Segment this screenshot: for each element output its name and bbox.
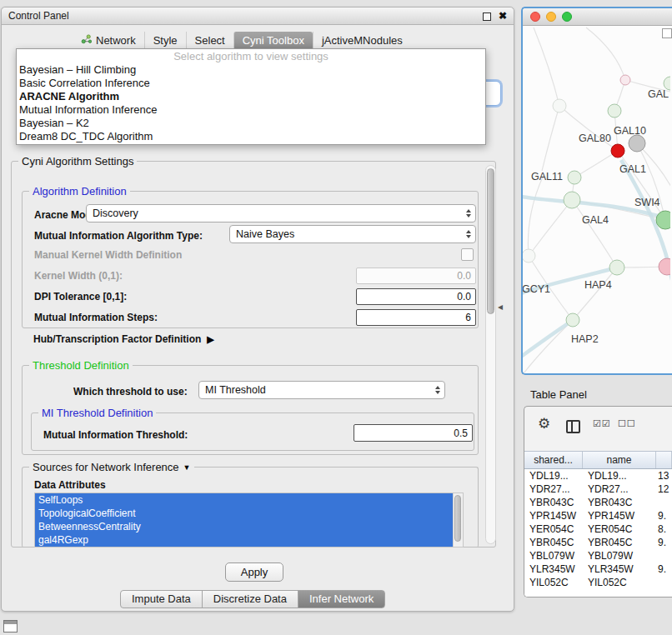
- tab-select[interactable]: Select: [186, 32, 233, 50]
- tab-cyni-toolbox[interactable]: Cyni Toolbox: [233, 32, 313, 50]
- group-title: Algorithm Definition: [29, 185, 130, 198]
- apply-button[interactable]: Apply: [225, 562, 283, 582]
- network-edge[interactable]: [534, 28, 559, 106]
- table-cell: YPR145W: [524, 509, 583, 522]
- network-window-titlebar: [523, 8, 672, 26]
- gear-icon[interactable]: ⚙: [538, 417, 550, 431]
- algorithm-option[interactable]: Mutual Information Inference: [17, 103, 485, 117]
- column-header-partial[interactable]: [656, 452, 672, 468]
- mi-steps-field[interactable]: 6: [356, 309, 476, 326]
- network-node[interactable]: [523, 249, 535, 262]
- column-header-shared-name[interactable]: shared...: [524, 452, 583, 468]
- table-row[interactable]: YDL19...YDL19...13: [524, 469, 672, 482]
- network-edge[interactable]: [524, 320, 573, 373]
- tab-infer-network[interactable]: Infer Network: [298, 590, 385, 608]
- algorithm-option[interactable]: ARACNE Algorithm: [17, 90, 485, 103]
- table-row[interactable]: YDR27...YDR27...12: [524, 482, 672, 496]
- mi-threshold-definition-group: MI Threshold Definition Mutual Informati…: [31, 412, 474, 451]
- table-row[interactable]: YBR043CYBR043C: [524, 496, 672, 509]
- network-node[interactable]: [659, 258, 670, 275]
- settings-scrollbar[interactable]: [485, 165, 496, 544]
- network-node[interactable]: [568, 171, 581, 184]
- float-window-icon[interactable]: [483, 12, 491, 21]
- table-cell: YBR043C: [524, 496, 583, 509]
- dpi-tolerance-field[interactable]: 0.0: [356, 288, 476, 305]
- aracne-mode-select[interactable]: Discovery: [86, 204, 476, 222]
- tab-label: Network: [96, 32, 136, 50]
- network-node-label: GAL1: [619, 163, 646, 175]
- algorithm-option[interactable]: Bayesian – K2: [17, 117, 485, 130]
- table-cell: YLR345W: [583, 562, 656, 576]
- mi-threshold-label: Mutual Information Threshold:: [43, 429, 188, 441]
- algorithm-dropdown-placeholder: Select algorithm to view settings: [17, 50, 485, 63]
- deselect-all-columns-icon[interactable]: ☐☐: [618, 419, 636, 428]
- network-edge[interactable]: [637, 143, 665, 220]
- network-node[interactable]: [564, 192, 580, 208]
- data-attribute-item[interactable]: TopologicalCoefficient: [35, 507, 454, 520]
- network-canvas[interactable]: GALGAL80GAL10GAL11GAL1SWI4GAL4GCY1HAP4HA…: [523, 26, 670, 373]
- algorithm-definition-group: Algorithm Definition Aracne Mode: Discov…: [22, 191, 479, 328]
- column-header-name[interactable]: name: [583, 452, 656, 468]
- which-threshold-select[interactable]: MI Threshold: [198, 381, 445, 399]
- network-edge[interactable]: [586, 28, 625, 80]
- network-node[interactable]: [620, 75, 630, 85]
- close-icon[interactable]: ✖: [499, 8, 507, 25]
- close-window-button[interactable]: [530, 12, 540, 22]
- data-attribute-item[interactable]: BetweennessCentrality: [35, 520, 454, 533]
- table-cell: YIL052C: [583, 576, 656, 589]
- tab-discretize-data[interactable]: Discretize Data: [202, 590, 298, 608]
- tab-jactivemnodules[interactable]: jActiveMNodules: [313, 32, 411, 50]
- table-row[interactable]: YPR145WYPR145W9.: [524, 509, 672, 522]
- tab-network[interactable]: Network: [73, 32, 144, 50]
- hub-definition-toggle[interactable]: Hub/Transcription Factor Definition ▶: [33, 333, 214, 345]
- network-edge[interactable]: [542, 106, 559, 171]
- table-cell: 9.: [656, 536, 672, 549]
- sources-title: Sources for Network Inference: [33, 461, 179, 473]
- list-scrollbar[interactable]: [453, 493, 463, 547]
- collapse-triangle-icon: ▼: [183, 463, 191, 472]
- table-row[interactable]: YIL052CYIL052C: [524, 576, 672, 589]
- network-edge[interactable]: [523, 320, 573, 357]
- tab-impute-data[interactable]: Impute Data: [120, 590, 203, 608]
- network-node[interactable]: [611, 144, 624, 158]
- network-node[interactable]: [656, 211, 670, 229]
- network-edge[interactable]: [528, 175, 544, 256]
- sources-toggle[interactable]: Sources for Network Inference▼: [29, 461, 194, 473]
- table-header: shared... name: [524, 451, 672, 469]
- network-node[interactable]: [629, 135, 645, 152]
- network-edge[interactable]: [572, 200, 617, 268]
- table-row[interactable]: YLR345WYLR345W9.: [524, 562, 672, 576]
- network-edge[interactable]: [529, 200, 572, 256]
- field-value: 6: [465, 312, 471, 323]
- network-node[interactable]: [566, 313, 579, 327]
- data-attribute-item[interactable]: gal4RGexp: [35, 533, 454, 547]
- table-cell: [656, 496, 672, 509]
- manual-kernel-checkbox[interactable]: [461, 248, 474, 261]
- minimize-window-button[interactable]: [546, 12, 556, 22]
- data-attribute-item[interactable]: SelfLoops: [35, 493, 454, 507]
- network-node[interactable]: [609, 260, 624, 275]
- algorithm-option[interactable]: Dream8 DC_TDC Algorithm: [17, 130, 485, 143]
- select-all-columns-icon[interactable]: ☑☑: [593, 419, 611, 428]
- show-columns-icon[interactable]: [566, 420, 580, 433]
- tab-style[interactable]: Style: [144, 32, 186, 50]
- mi-threshold-field[interactable]: 0.5: [354, 424, 473, 442]
- network-node[interactable]: [608, 104, 621, 118]
- table-row[interactable]: YBL079WYBL079W: [524, 549, 672, 562]
- network-edge[interactable]: [574, 151, 618, 178]
- data-attributes-list[interactable]: SelfLoopsTopologicalCoefficientBetweenne…: [34, 492, 464, 548]
- expand-arrow-icon: ▶: [207, 334, 213, 345]
- network-node-label: GAL4: [582, 214, 609, 226]
- zoom-window-button[interactable]: [562, 12, 572, 22]
- mi-algorithm-type-select[interactable]: Naive Bayes: [229, 225, 476, 243]
- scrollbar-thumb[interactable]: [487, 168, 494, 314]
- panel-collapse-arrow[interactable]: ◂: [498, 301, 503, 312]
- scrollbar-thumb[interactable]: [454, 495, 461, 542]
- network-node[interactable]: [553, 99, 566, 112]
- table-row[interactable]: YBR045CYBR045C9.: [524, 536, 672, 549]
- minimized-panel-icon[interactable]: [3, 620, 18, 632]
- algorithm-option[interactable]: Basic Correlation Inference: [17, 77, 485, 90]
- algorithm-option[interactable]: Bayesian – Hill Climbing: [17, 63, 485, 77]
- table-row[interactable]: YER054CYER054C8.: [524, 522, 672, 536]
- table-cell: 8.: [656, 522, 672, 536]
